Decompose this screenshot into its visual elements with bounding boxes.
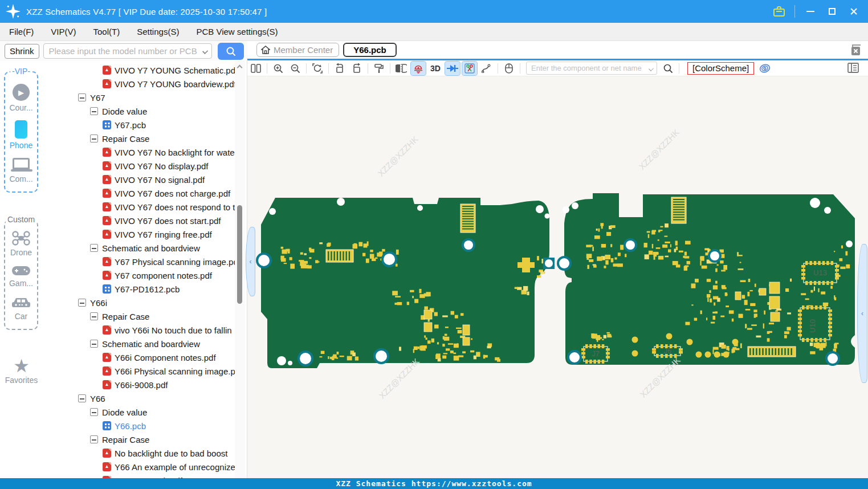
tree-item[interactable]: Y66i Physical scanning image.p xyxy=(43,364,247,378)
file-tree[interactable]: VIVO Y7 YOUNG Schematic.pdfVIVO Y7 YOUNG… xyxy=(43,61,247,479)
left-flyout-handle[interactable]: ‹ xyxy=(246,227,255,296)
component-search-icon[interactable] xyxy=(661,62,675,75)
maximize-button[interactable] xyxy=(822,3,842,20)
mirror-flip-icon[interactable] xyxy=(394,62,409,75)
zoom-in-icon[interactable] xyxy=(271,62,286,75)
title-bar: XZZ Schematics V4.77 [ VIP Due date: 202… xyxy=(0,0,868,23)
rail-item-course[interactable]: ▶ Cour... xyxy=(5,84,37,112)
tree-item[interactable]: Y66i-9008.pdf xyxy=(43,378,247,392)
collapse-icon[interactable] xyxy=(78,299,86,307)
diode-mode-icon[interactable] xyxy=(445,62,460,75)
briefcase-icon[interactable] xyxy=(769,3,789,20)
tree-item[interactable]: VIVO Y7 YOUNG Schematic.pdf xyxy=(43,63,247,77)
collapse-icon[interactable] xyxy=(90,107,98,115)
pdf-file-icon xyxy=(103,449,111,458)
tree-item[interactable]: VIVO Y67 No display.pdf xyxy=(43,159,247,173)
tree-item[interactable]: Y66.pcb xyxy=(43,419,247,433)
rotate-left-icon[interactable] xyxy=(332,62,347,75)
collapse-icon[interactable] xyxy=(90,312,98,320)
net-probe-icon[interactable] xyxy=(462,62,477,75)
threeD-label[interactable]: 3D xyxy=(428,62,443,75)
zoom-out-icon[interactable] xyxy=(288,62,303,75)
tree-item[interactable]: VIVO Y67 No backlight for wate xyxy=(43,145,247,159)
collapse-icon[interactable] xyxy=(90,244,98,252)
rail-item-drone[interactable]: Drone xyxy=(5,231,37,257)
scrollbar-thumb[interactable] xyxy=(237,205,242,304)
pcb-file-icon xyxy=(103,421,111,430)
pdf-file-icon xyxy=(103,353,111,362)
tree-item[interactable]: VIVO Y67 does not charge.pdf xyxy=(43,186,247,200)
tree-item-label: Diode value xyxy=(102,408,147,417)
minimize-button[interactable] xyxy=(801,3,820,20)
refresh-view-icon[interactable] xyxy=(310,62,325,75)
tree-group[interactable]: Repair Case xyxy=(43,132,247,145)
tree-group[interactable]: Schematic and boardview xyxy=(43,241,247,255)
tree-group[interactable]: Repair Case xyxy=(43,433,247,446)
tree-item[interactable]: Y66i Component notes.pdf xyxy=(43,351,247,364)
model-search-button[interactable] xyxy=(218,43,244,60)
tree-item[interactable]: VIVO Y67 does not respond to t xyxy=(43,200,247,214)
collapse-icon[interactable] xyxy=(90,435,98,443)
rail-item-game[interactable]: Gam... xyxy=(5,265,37,288)
tree-item[interactable]: VIVO Y67 ringing free.pdf xyxy=(43,227,247,241)
close-documents-icon[interactable] xyxy=(850,44,861,56)
split-view-icon[interactable] xyxy=(248,62,263,75)
tree-item[interactable]: Y67 component notes.pdf xyxy=(43,268,247,282)
tree-item[interactable]: No backlight due to bad boost xyxy=(43,446,247,460)
rail-item-phone[interactable]: Phone xyxy=(5,120,37,150)
menu-file[interactable]: File(F) xyxy=(9,27,34,36)
tree-scrollbar[interactable] xyxy=(235,61,245,479)
close-button[interactable]: ✕ xyxy=(844,3,863,20)
collapse-icon[interactable] xyxy=(78,93,86,101)
collapse-icon[interactable] xyxy=(78,394,86,402)
rail-item-label: Favorites xyxy=(5,376,38,385)
tree-item[interactable]: VIVO Y67 does not start.pdf xyxy=(43,214,247,227)
shrink-button[interactable]: Shrink xyxy=(5,44,39,59)
tree-item[interactable]: Y67-PD1612.pcb xyxy=(43,282,247,296)
tree-group[interactable]: Diode value xyxy=(43,405,247,419)
tree-group[interactable]: Y67 xyxy=(43,91,247,104)
panel-toggle-icon[interactable] xyxy=(847,63,859,73)
pdf-file-icon xyxy=(103,380,111,389)
menu-settings[interactable]: Settings(S) xyxy=(137,27,179,36)
member-center-button[interactable]: Member Center xyxy=(256,43,339,57)
rail-item-computer[interactable]: Com... xyxy=(5,158,37,184)
tab-y66-pcb[interactable]: Y66.pcb xyxy=(343,43,397,57)
right-flyout-handle[interactable]: ‹ xyxy=(857,244,867,383)
eye-icon[interactable] xyxy=(757,62,772,75)
rotate-right-icon[interactable] xyxy=(349,62,364,75)
tree-item[interactable]: VIVO Y7 YOUNG boardview.pdf xyxy=(43,77,247,91)
collapse-icon[interactable] xyxy=(90,408,98,416)
tree-group[interactable]: Schematic and boardview xyxy=(43,337,247,351)
lamp-icon[interactable] xyxy=(411,62,426,75)
wire-curve-icon[interactable] xyxy=(479,62,494,75)
menu-vip[interactable]: VIP(V) xyxy=(51,27,76,36)
scroll-up-icon[interactable] xyxy=(237,65,243,71)
tree-item[interactable]: VIVO Y67 No signal.pdf xyxy=(43,173,247,186)
tree-item[interactable]: Y67.pcb xyxy=(43,118,247,132)
colorscheme-button[interactable]: [ColorScheme] xyxy=(687,62,754,75)
component-search-input[interactable] xyxy=(527,64,657,72)
mouse-icon[interactable] xyxy=(502,62,516,75)
paint-roller-icon[interactable] xyxy=(372,62,386,75)
collapse-icon[interactable] xyxy=(90,135,98,142)
pcb-file-icon xyxy=(103,284,111,294)
collapse-icon[interactable] xyxy=(90,340,98,348)
rail-item-favorites[interactable]: ★ Favorites xyxy=(0,357,43,385)
tree-group[interactable]: Y66i xyxy=(43,296,247,309)
pdf-file-icon xyxy=(103,230,111,239)
status-bar: XZZ Schematics https://www.xzztools.com xyxy=(0,478,868,489)
menu-pcb-view-settings[interactable]: PCB View settings(S) xyxy=(196,27,278,36)
pdf-file-icon xyxy=(103,366,111,376)
tree-item[interactable]: vivo Y66i No touch due to fallin xyxy=(43,323,247,337)
model-search-band: Shrink xyxy=(0,41,247,61)
tree-group[interactable]: Diode value xyxy=(43,104,247,118)
model-search-input[interactable] xyxy=(44,46,211,56)
tree-item[interactable]: Y66 An example of unrecognize xyxy=(43,460,247,474)
rail-item-car[interactable]: Car xyxy=(5,296,37,321)
pcb-canvas[interactable]: XZZ@XZZHKXZZ@XZZHKXZZ@XZZHKXZZ@XZZHKU13U… xyxy=(247,76,868,478)
tree-group[interactable]: Repair Case xyxy=(43,309,247,323)
menu-tool[interactable]: Tool(T) xyxy=(93,27,120,36)
tree-item[interactable]: Y67 Physical scanning image.pd xyxy=(43,255,247,268)
tree-group[interactable]: Y66 xyxy=(43,392,247,405)
